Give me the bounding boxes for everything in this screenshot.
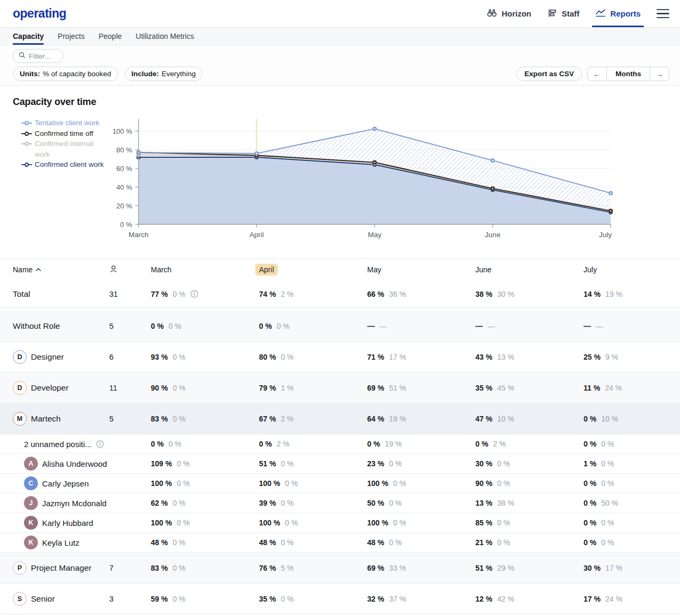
column-header-june[interactable]: June (475, 265, 584, 274)
chip-label: Include: (132, 70, 159, 78)
row-name: Project Manager (31, 563, 92, 573)
capacity-cell: —— (475, 322, 584, 330)
column-header-may[interactable]: May (367, 265, 475, 274)
column-header-march[interactable]: March (151, 265, 259, 274)
table-header-row: Name March April May June July (0, 259, 680, 280)
table-row[interactable]: 2 unnamed positi...0 %0 %0 %2 %0 %19 %0 … (0, 434, 680, 454)
table-row[interactable]: PProject Manager783 %0 %76 %5 %69 %33 %5… (0, 553, 680, 583)
tab-utilization-metrics[interactable]: Utilization Metrics (136, 28, 195, 45)
confirmed-value: 38 % (475, 290, 492, 298)
capacity-cell: 62 %0 % (151, 499, 259, 507)
legend-label: Confirmed internal work (35, 139, 107, 159)
role-badge: S (13, 592, 27, 606)
table-row[interactable]: DDesigner693 %0 %80 %0 %71 %17 %43 %13 %… (0, 342, 680, 372)
tentative-value: 17 % (605, 564, 622, 572)
capacity-cell: 67 %2 % (259, 415, 367, 423)
tentative-value: 0 % (173, 499, 185, 507)
export-csv-button[interactable]: Export as CSV (516, 67, 582, 81)
confirmed-value: 0 % (151, 440, 164, 448)
include-chip[interactable]: Include: Everything (125, 67, 203, 81)
role-badge: D (13, 350, 27, 364)
name-column-sort[interactable]: Name (13, 265, 109, 274)
previous-period-button[interactable]: ← (588, 67, 606, 80)
tentative-value: 0 % (168, 322, 181, 330)
info-icon[interactable] (190, 290, 198, 298)
nav-item-reports[interactable]: Reports (595, 0, 641, 27)
tentative-value: 0 % (173, 564, 185, 572)
tentative-value: 36 % (389, 290, 406, 298)
role-badge: D (13, 381, 27, 395)
capacity-cell: 51 %0 % (259, 459, 367, 468)
tentative-value: 9 % (605, 353, 618, 361)
tentative-value: — (596, 322, 603, 330)
table-row[interactable]: KKeyla Lutz48 %0 %48 %0 %48 %0 %21 %0 %0… (0, 533, 680, 553)
tentative-value: 50 % (601, 499, 618, 507)
next-period-button[interactable]: → (650, 67, 669, 80)
tentative-value: 0 % (389, 538, 402, 547)
menu-icon[interactable] (657, 7, 669, 21)
chip-label: Units: (20, 70, 40, 78)
filter-input[interactable] (29, 52, 56, 60)
column-header-july[interactable]: July (584, 265, 680, 274)
capacity-table: Name March April May June July Total3177… (0, 258, 680, 614)
table-body: Total3177 %0 %74 %2 %66 %36 %38 %30 %14 … (0, 280, 680, 614)
confirmed-value: 0 % (584, 518, 596, 527)
table-row[interactable]: Total3177 %0 %74 %2 %66 %36 %38 %30 %14 … (0, 280, 680, 308)
row-name-cell: KKarly Hubbard (13, 516, 109, 530)
legend-label: Tentative client work (35, 118, 100, 128)
confirmed-value: 0 % (367, 440, 380, 448)
row-name: Without Role (13, 321, 60, 331)
row-name-cell: PProject Manager (13, 561, 109, 575)
row-name-cell: DDeveloper (13, 381, 109, 395)
info-icon[interactable] (96, 440, 104, 448)
tentative-value: 0 % (277, 322, 289, 330)
confirmed-value: 32 % (367, 595, 384, 603)
table-row[interactable]: JJazmyn Mcdonald62 %0 %39 %0 %50 %0 %13 … (0, 493, 680, 513)
nav-item-horizon[interactable]: Horizon (487, 0, 531, 27)
tentative-value: 0 % (177, 459, 190, 468)
row-name-cell: KKeyla Lutz (13, 536, 109, 549)
row-headcount: 11 (109, 384, 151, 392)
legend-label: Confirmed time off (35, 128, 93, 139)
tentative-value: 19 % (389, 415, 406, 423)
units-chip[interactable]: Units: % of capacity booked (13, 67, 118, 81)
confirmed-value: 59 % (151, 595, 168, 603)
table-row[interactable]: MMartech583 %0 %67 %2 %64 %19 %47 %10 %0… (0, 403, 680, 434)
legend-item-4[interactable]: Confirmed client work (21, 159, 107, 170)
capacity-chart-section: Capacity over time Tentative client work… (0, 86, 680, 258)
table-row[interactable]: SSenior359 %0 %35 %0 %32 %37 %12 %42 %17… (0, 583, 680, 614)
table-row[interactable]: CCarly Jepsen100 %0 %100 %0 %100 %0 %90 … (0, 474, 680, 493)
capacity-cell: 0 %2 % (475, 440, 584, 448)
confirmed-value: 48 % (259, 538, 276, 547)
capacity-cell: 74 %2 % (259, 290, 367, 298)
capacity-cell: 59 %0 % (151, 595, 259, 603)
tentative-value: 0 % (601, 479, 614, 488)
table-row[interactable]: Without Role50 %0 %0 %0 %—————— (0, 311, 680, 342)
nav-label: Reports (610, 9, 641, 18)
period-selector[interactable]: Months (606, 67, 650, 80)
table-row[interactable]: DDeveloper1190 %0 %79 %1 %69 %51 %35 %45… (0, 372, 680, 403)
tab-people[interactable]: People (99, 28, 122, 45)
legend-item-2[interactable]: Confirmed time off (21, 128, 107, 139)
controls-bar: Units: % of capacity booked Include: Eve… (0, 45, 680, 86)
nav-item-staff[interactable]: Staff (547, 0, 579, 27)
legend-item-3[interactable]: Confirmed internal work (21, 139, 107, 159)
column-header-april[interactable]: April (259, 265, 367, 274)
legend-item-1[interactable]: Tentative client work (21, 118, 107, 128)
tab-capacity[interactable]: Capacity (13, 28, 44, 45)
app-logo[interactable]: operating (13, 6, 66, 21)
tentative-value: 13 % (497, 353, 514, 361)
svg-text:May: May (368, 231, 382, 239)
svg-text:April: April (249, 231, 264, 239)
confirmed-value: 35 % (259, 595, 276, 603)
confirmed-value: 80 % (259, 353, 276, 361)
filter-input-pill[interactable] (13, 49, 63, 63)
table-row[interactable]: KKarly Hubbard100 %0 %100 %0 %100 %0 %85… (0, 513, 680, 533)
confirmed-value: 0 % (584, 499, 596, 507)
tab-projects[interactable]: Projects (58, 28, 85, 45)
table-row[interactable]: AAlisha Underwood109 %0 %51 %0 %23 %0 %3… (0, 454, 680, 474)
confirmed-value: 100 % (151, 479, 172, 488)
confirmed-value: 35 % (475, 384, 492, 392)
tentative-value: 0 % (497, 538, 510, 547)
capacity-cell: 100 %0 % (259, 479, 367, 488)
